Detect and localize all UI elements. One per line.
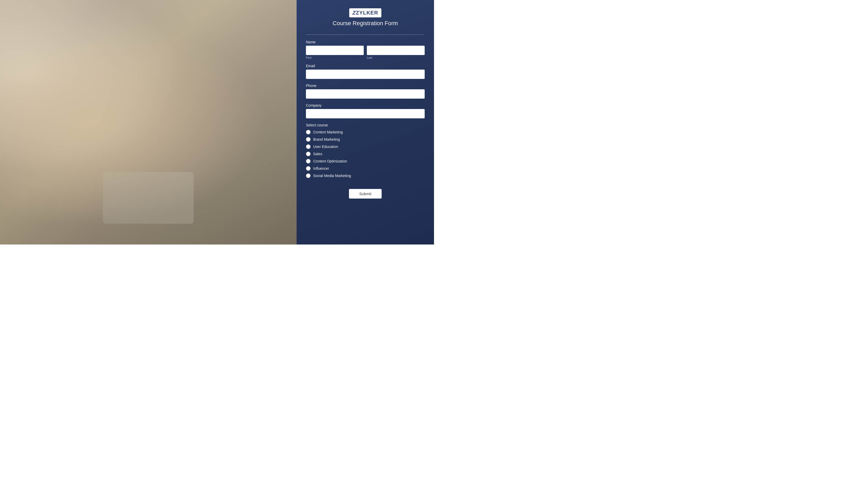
- page-wrapper: ZZYLKER Course Registration Form Name Fi…: [0, 0, 434, 244]
- email-label: Email: [306, 64, 425, 68]
- radio-item[interactable]: Content Optimization: [306, 159, 425, 164]
- course-radio-5[interactable]: [306, 166, 311, 171]
- phone-field-group: Phone: [306, 84, 425, 98]
- logo-z: Z: [352, 10, 356, 16]
- course-radio-3[interactable]: [306, 151, 311, 156]
- course-radio-2[interactable]: [306, 144, 311, 149]
- radio-item[interactable]: Influencer: [306, 166, 425, 171]
- phone-input[interactable]: [306, 89, 425, 98]
- logo-text: ZYLKER: [356, 10, 378, 16]
- radio-item[interactable]: Sales: [306, 151, 425, 156]
- company-label: Company: [306, 103, 425, 108]
- last-label: Last: [367, 56, 425, 59]
- phone-label: Phone: [306, 84, 425, 88]
- course-radio-1[interactable]: [306, 137, 311, 142]
- course-label-4: Content Optimization: [313, 159, 347, 163]
- company-field-group: Company: [306, 103, 425, 118]
- radio-item[interactable]: Brand Marketing: [306, 137, 425, 142]
- last-name-col: Last: [367, 46, 425, 59]
- course-radio-6[interactable]: [306, 173, 311, 178]
- course-label-1: Brand Marketing: [313, 137, 340, 141]
- course-label-6: Social Media Marketing: [313, 174, 351, 178]
- course-radio-4[interactable]: [306, 159, 311, 164]
- logo-badge: ZZYLKER: [349, 8, 381, 18]
- course-radio-group: Content MarketingBrand MarketingUser Edu…: [306, 130, 425, 178]
- submit-area: Submit: [306, 189, 425, 199]
- logo-area: ZZYLKER Course Registration Form: [306, 8, 425, 27]
- submit-button[interactable]: Submit: [349, 189, 382, 199]
- name-label: Name: [306, 40, 425, 44]
- course-label-0: Content Marketing: [313, 130, 343, 134]
- background-photo: [0, 0, 297, 244]
- bg-overlay: [0, 0, 297, 244]
- course-label-5: Influencer: [313, 166, 329, 171]
- first-name-col: First: [306, 46, 364, 59]
- company-input[interactable]: [306, 109, 425, 118]
- select-course-label: Select course: [306, 123, 425, 127]
- first-label: First: [306, 56, 364, 59]
- radio-item[interactable]: Content Marketing: [306, 130, 425, 135]
- name-row: First Last: [306, 46, 425, 59]
- form-panel: ZZYLKER Course Registration Form Name Fi…: [297, 0, 434, 244]
- email-field-group: Email: [306, 64, 425, 79]
- course-label-2: User Education: [313, 145, 338, 149]
- title-divider: [306, 34, 425, 35]
- course-label-3: Sales: [313, 152, 322, 156]
- radio-item[interactable]: User Education: [306, 144, 425, 149]
- course-radio-0[interactable]: [306, 130, 311, 135]
- email-input[interactable]: [306, 69, 425, 79]
- first-name-input[interactable]: [306, 46, 364, 55]
- radio-item[interactable]: Social Media Marketing: [306, 173, 425, 178]
- course-field-group: Select course Content MarketingBrand Mar…: [306, 123, 425, 178]
- form-title: Course Registration Form: [333, 20, 398, 27]
- name-field-group: Name First Last: [306, 40, 425, 59]
- last-name-input[interactable]: [367, 46, 425, 55]
